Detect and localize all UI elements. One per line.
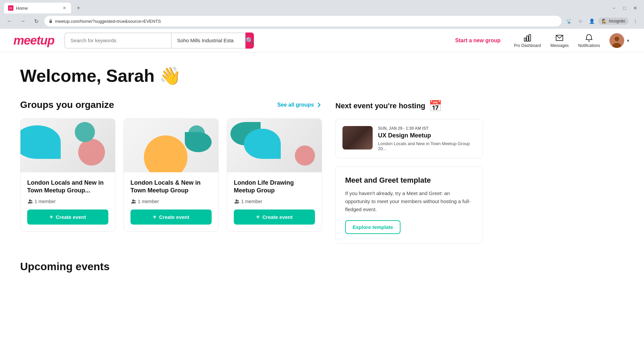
refresh-button[interactable]: ↻ <box>31 16 42 26</box>
bookmark-button[interactable]: ☆ <box>576 16 585 26</box>
pro-dashboard-label: Pro Dashboard <box>514 43 541 48</box>
group-card-body-1: London Locals and New in Town Meetup Gro… <box>20 172 115 231</box>
event-thumb-image <box>342 126 373 149</box>
main-content: Welcome, Sarah 👋 Groups you organize See… <box>0 52 503 286</box>
search-input[interactable] <box>65 38 171 43</box>
groups-section-header: Groups you organize See all groups <box>20 100 322 110</box>
url-text: meetup.com/home/?suggested=true&source=E… <box>55 19 161 24</box>
event-group: London Locals and New in Town Meetup Gro… <box>378 141 476 151</box>
content-grid: Groups you organize See all groups <box>20 100 483 244</box>
address-bar[interactable]: meetup.com/home/?suggested=true&source=E… <box>44 16 561 26</box>
avatar-image <box>609 33 624 48</box>
group-card-title: London Life Drawing Meetup Group <box>234 179 315 195</box>
right-column: Next event you're hosting 📅 SUN, JAN 29 … <box>335 100 483 244</box>
illustration-shape <box>20 125 61 159</box>
search-icon: 🔍 <box>246 37 254 45</box>
group-illustration-2 <box>124 119 218 172</box>
template-title: Meet and Greet template <box>345 176 473 185</box>
group-card-title: London Locals & New in Town Meetup Group <box>130 179 212 195</box>
incognito-label: Incognito <box>609 19 625 23</box>
user-menu[interactable]: ▾ <box>609 33 631 48</box>
group-card-body-2: London Locals & New in Town Meetup Group… <box>124 172 218 231</box>
people-icon <box>130 199 136 204</box>
create-event-button[interactable]: + Create event <box>234 209 315 225</box>
member-count-text: 1 member <box>138 199 159 204</box>
start-new-group-button[interactable]: Start a new group <box>448 38 507 44</box>
avatar-placeholder <box>609 33 624 48</box>
explore-template-button[interactable]: Explore template <box>345 220 400 234</box>
profile-button[interactable]: 👤 <box>587 16 596 26</box>
group-card-body-3: London Life Drawing Meetup Group 1 membe… <box>227 172 322 231</box>
groups-section-title: Groups you organize <box>20 100 114 110</box>
user-menu-chevron[interactable]: ▾ <box>626 37 631 45</box>
logo[interactable]: meetup <box>13 34 54 48</box>
cast-button[interactable]: 📡 <box>564 16 574 26</box>
group-card[interactable]: London Locals and New in Town Meetup Gro… <box>20 118 115 232</box>
user-avatar[interactable] <box>609 33 624 48</box>
next-event-card[interactable]: SUN, JAN 29 · 1:30 AM IST UX Design Meet… <box>335 119 483 158</box>
bar-chart-icon <box>523 33 532 43</box>
upcoming-events-title: Upcoming events <box>20 260 483 273</box>
plus-icon: + <box>256 214 260 221</box>
illustration-shape <box>144 135 187 172</box>
forward-button[interactable]: → <box>17 16 28 26</box>
back-button[interactable]: ← <box>4 16 15 26</box>
search-button[interactable]: 🔍 <box>246 33 254 49</box>
menu-button[interactable]: ⋮ <box>631 16 640 26</box>
plus-icon: + <box>50 214 53 221</box>
browser-tab[interactable]: m Home ✕ <box>4 3 71 13</box>
illustration-shape <box>78 139 105 166</box>
messages-label: Messages <box>550 43 569 48</box>
template-card: Meet and Greet template If you haven't a… <box>335 166 483 244</box>
tab-close-button[interactable]: ✕ <box>62 5 67 11</box>
create-event-button[interactable]: + Create event <box>130 209 212 225</box>
site-header: meetup Soho Mills Industrial Esta 🔍 Star… <box>0 29 644 52</box>
plus-icon: + <box>153 214 157 221</box>
svg-rect-3 <box>529 35 531 41</box>
calendar-emoji: 📅 <box>429 100 442 112</box>
chevron-right-icon <box>316 102 322 108</box>
notifications-link[interactable]: Notifications <box>578 33 600 48</box>
svg-point-5 <box>614 37 619 41</box>
group-card[interactable]: London Locals & New in Town Meetup Group… <box>123 118 219 232</box>
welcome-heading: Welcome, Sarah 👋 <box>20 66 483 86</box>
member-count-text: 1 member <box>241 199 262 204</box>
people-icon <box>234 199 239 204</box>
group-card-title: London Locals and New in Town Meetup Gro… <box>27 179 108 195</box>
browser-actions: 📡 ☆ 👤 🕵️ Incognito ⋮ <box>564 16 640 26</box>
illustration-shape <box>75 122 95 142</box>
create-event-button[interactable]: + Create event <box>27 209 108 225</box>
event-thumbnail <box>342 126 373 149</box>
group-illustration-1 <box>20 119 115 172</box>
illustration-shape <box>244 129 281 159</box>
messages-link[interactable]: Messages <box>550 33 569 48</box>
see-all-groups-link[interactable]: See all groups <box>277 102 322 108</box>
pro-dashboard-link[interactable]: Pro Dashboard <box>514 33 541 48</box>
group-member-count: 1 member <box>27 199 108 204</box>
window-minimize-button[interactable]: − <box>609 3 619 13</box>
upcoming-events-section: Upcoming events <box>20 260 483 273</box>
create-event-label: Create event <box>262 214 292 220</box>
notifications-label: Notifications <box>578 43 600 48</box>
group-card[interactable]: London Life Drawing Meetup Group 1 membe… <box>227 118 322 232</box>
see-all-label: See all groups <box>277 102 314 108</box>
group-card-image-3 <box>227 119 322 172</box>
incognito-button[interactable]: 🕵️ Incognito <box>598 17 629 25</box>
next-event-section: Next event you're hosting 📅 SUN, JAN 29 … <box>335 100 483 158</box>
window-close-button[interactable]: ✕ <box>631 3 640 13</box>
group-member-count: 1 member <box>130 199 212 204</box>
location-input[interactable]: Soho Mills Industrial Esta <box>172 33 246 49</box>
create-event-label: Create event <box>56 214 86 220</box>
new-tab-button[interactable]: + <box>74 3 83 13</box>
window-controls: − □ ✕ <box>609 3 640 13</box>
bell-icon <box>584 33 594 43</box>
incognito-icon: 🕵️ <box>602 19 607 23</box>
svg-rect-1 <box>524 38 526 41</box>
group-member-count: 1 member <box>234 199 315 204</box>
svg-rect-2 <box>527 36 528 41</box>
event-info: SUN, JAN 29 · 1:30 AM IST UX Design Meet… <box>378 126 476 151</box>
window-maximize-button[interactable]: □ <box>620 3 629 13</box>
next-event-title: Next event you're hosting <box>335 102 425 110</box>
illustration-shape <box>185 132 212 152</box>
event-date: SUN, JAN 29 · 1:30 AM IST <box>378 126 476 131</box>
